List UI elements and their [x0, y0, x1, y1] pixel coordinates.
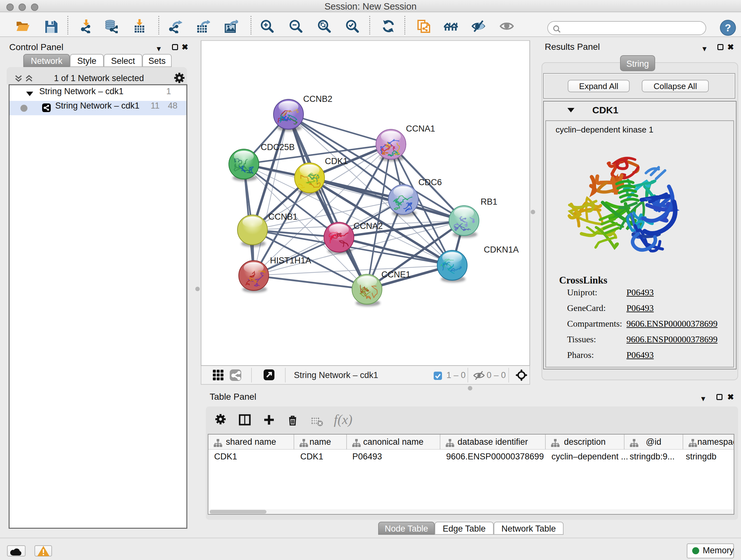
svg-text:CDK1: CDK1	[325, 157, 348, 166]
svg-text:CCNE1: CCNE1	[381, 270, 411, 279]
svg-text:HIST1H1A: HIST1H1A	[270, 256, 311, 265]
svg-text:CCNA1: CCNA1	[406, 124, 435, 133]
svg-text:CDC6: CDC6	[418, 178, 442, 187]
svg-text:?: ?	[725, 22, 731, 34]
svg-text:CDKN1A: CDKN1A	[484, 245, 519, 254]
svg-text:RB1: RB1	[481, 197, 497, 206]
svg-text:CDC25B: CDC25B	[261, 142, 295, 152]
svg-text:CCNB2: CCNB2	[303, 94, 333, 104]
svg-text:CCNA2: CCNA2	[354, 221, 383, 231]
svg-text:CCNB1: CCNB1	[268, 212, 298, 222]
